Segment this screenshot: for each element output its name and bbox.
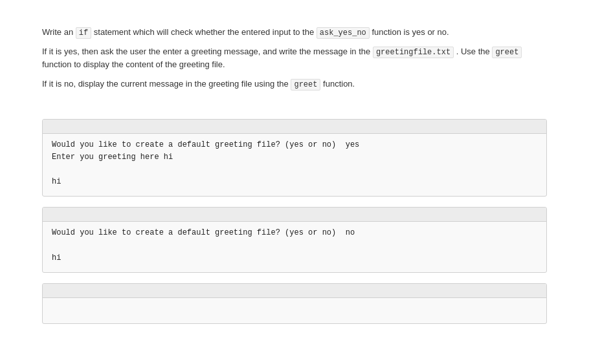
instruction-text-2b: . Use the xyxy=(454,47,492,56)
code-if: if xyxy=(76,27,91,39)
output-line-1-4: hi xyxy=(52,176,537,188)
output-line-1-2: Enter you greeting here hi xyxy=(52,151,537,164)
instruction-line-1: Write an if statement which will check w… xyxy=(42,26,547,39)
code-ask-yes-no: ask_yes_no xyxy=(317,27,370,39)
instruction-line-2: If it is yes, then ask the user the ente… xyxy=(42,45,547,71)
output-header-3 xyxy=(43,284,546,298)
instruction-line-3: If it is no, display the current message… xyxy=(42,78,547,91)
output-line-3-1 xyxy=(52,303,537,316)
code-greet-2: greet xyxy=(291,79,320,91)
code-greetingfile: greetingfile.txt xyxy=(373,47,454,58)
instruction-text-3b: function. xyxy=(320,79,355,89)
output-header-2 xyxy=(43,208,546,222)
instruction-text-1a: Write an xyxy=(42,27,76,37)
output-body-1: Would you like to create a default greet… xyxy=(43,134,546,197)
output-body-2: Would you like to create a default greet… xyxy=(43,222,546,272)
code-greet-1: greet xyxy=(492,47,522,58)
main-content: Write an if statement which will check w… xyxy=(0,0,589,360)
instruction-text-2a: If it is yes, then ask the user the ente… xyxy=(42,47,373,56)
instruction-text-1c: function is yes or no. xyxy=(370,27,449,37)
output-block-3 xyxy=(42,283,547,324)
output-block-1: Would you like to create a default greet… xyxy=(42,119,547,197)
instruction-text-3a: If it is no, display the current message… xyxy=(42,79,291,89)
output-body-3 xyxy=(43,298,546,323)
output-line-2-2 xyxy=(52,239,537,252)
instruction-text-2c: function to display the content of the g… xyxy=(42,59,225,69)
output-line-2-1: Would you like to create a default greet… xyxy=(52,227,537,239)
output-line-2-3: hi xyxy=(52,252,537,264)
output-line-1-1: Would you like to create a default greet… xyxy=(52,139,537,151)
output-header-1 xyxy=(43,120,546,134)
blocks-section: Would you like to create a default greet… xyxy=(42,119,547,325)
output-line-1-3 xyxy=(52,164,537,176)
output-block-2: Would you like to create a default greet… xyxy=(42,207,547,273)
instruction-text-1b: statement which will check whether the e… xyxy=(91,27,317,37)
